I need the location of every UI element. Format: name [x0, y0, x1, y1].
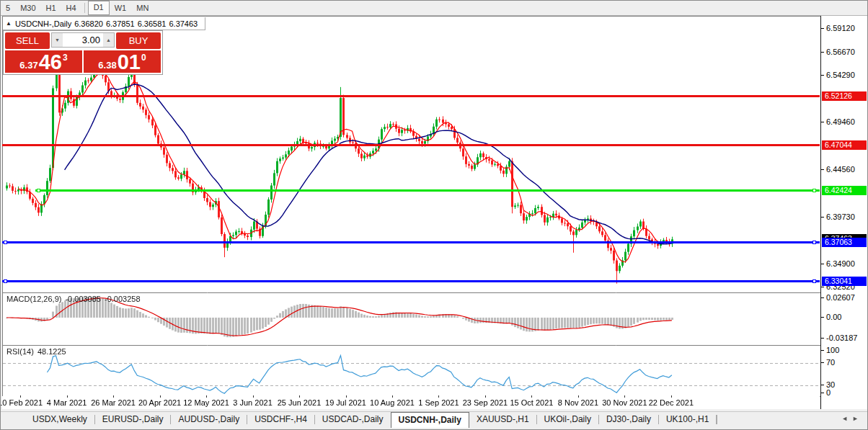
chart-tab-usdcad-daily[interactable]: USDCAD-,Daily: [315, 412, 391, 426]
hline-price-label-6.47044: 6.47044: [822, 140, 867, 150]
price-tick-mark: [821, 52, 824, 53]
macd-tick-mark: [821, 317, 824, 318]
hline-handle-left[interactable]: [37, 189, 40, 192]
timeframe-button-5[interactable]: 5: [1, 1, 15, 14]
one-click-trading-panel: SELL ▼ 3.00 ▲ BUY 6.37 46 3 6.38 01 0: [3, 30, 163, 75]
rsi-tick-label: 70: [826, 358, 835, 367]
hline-handle-right[interactable]: [812, 241, 816, 244]
price-tick-mark: [821, 28, 824, 29]
hline-6.37063[interactable]: [2, 241, 820, 243]
time-tick-mark: [67, 395, 68, 398]
time-tick-mark: [299, 395, 300, 398]
time-tick-mark: [20, 395, 21, 398]
rsi-value: 48.1225: [37, 347, 66, 356]
chart-symbol-label: USDCNH-,Daily: [15, 19, 71, 28]
hline-price-label-6.33041: 6.33041: [822, 277, 867, 286]
trading-terminal-window: 5M30H1H4D1W1MN ▲ USDCNH-,Daily 6.36820 6…: [0, 0, 868, 430]
chart-tab-xauusd-h1[interactable]: XAUUSD-,H1: [469, 412, 536, 426]
timeframe-toolbar: 5M30H1H4D1W1MN: [1, 1, 868, 16]
macd-tick-label: 0.02607: [826, 293, 855, 302]
hline-handle-right[interactable]: [812, 189, 816, 192]
chart-tab-uk100-h1[interactable]: UK100-,H1: [659, 412, 716, 426]
time-axis: 10 Feb 20214 Mar 202126 Mar 202120 Apr 2…: [2, 396, 820, 409]
chart-header[interactable]: ▲ USDCNH-,Daily 6.36820 6.37851 6.36581 …: [3, 17, 205, 30]
chart-tab-ukoil-daily[interactable]: UKOil-,Daily: [537, 412, 598, 426]
tab-separator: [717, 415, 717, 424]
timeframe-button-h1[interactable]: H1: [41, 1, 61, 14]
volume-increase-icon[interactable]: ▲: [103, 33, 114, 47]
rsi-tick-mark: [821, 362, 824, 363]
price-tick-label: 6.49460: [826, 117, 855, 126]
time-tick-mark: [671, 395, 672, 398]
tab-scroll-arrows: ◄►: [841, 415, 863, 422]
macd-name: MACD(12,26,9): [6, 295, 61, 303]
ohlc-low: 6.36581: [138, 19, 167, 28]
hline-6.47044[interactable]: [2, 144, 820, 146]
buy-price-button[interactable]: 6.38 01 0: [84, 50, 161, 73]
timeframe-button-m30[interactable]: M30: [15, 1, 40, 14]
chart-tab-usdchf-h4[interactable]: USDCHF-,H4: [247, 412, 314, 426]
macd-tick-label: -0.03187: [826, 333, 857, 342]
hline-6.33041[interactable]: [2, 280, 820, 282]
hline-6.52126[interactable]: [2, 95, 820, 97]
buy-price-small: 6.38: [98, 60, 116, 71]
rsi-name: RSI(14): [6, 347, 34, 356]
hline-handle-left[interactable]: [4, 241, 7, 244]
price-tick-label: 6.44560: [826, 165, 855, 174]
chart-tab-dj30-daily[interactable]: DJ30-,Daily: [599, 412, 658, 426]
hline-handle-right[interactable]: [812, 279, 816, 283]
hline-price-label-6.52126: 6.52126: [822, 91, 867, 101]
macd-value-signal: -0.003258: [105, 295, 141, 303]
hline-handle-left[interactable]: [4, 279, 7, 283]
time-tick-mark: [624, 395, 625, 398]
price-tick-mark: [821, 217, 824, 218]
price-tick-mark: [821, 75, 824, 76]
buy-button[interactable]: BUY: [116, 32, 161, 49]
hline-6.42424[interactable]: [35, 189, 820, 192]
macd-tick-mark: [821, 297, 824, 298]
chart-tab-audusd-daily[interactable]: AUDUSD-,Daily: [171, 412, 247, 426]
price-tick-label: 6.59120: [826, 24, 855, 32]
volume-decrease-icon[interactable]: ▼: [52, 33, 63, 47]
sell-price-sup: 3: [63, 53, 68, 63]
ohlc-close: 6.37463: [169, 19, 198, 28]
sell-price-button[interactable]: 6.37 46 3: [5, 50, 82, 73]
price-tick-label: 6.34900: [826, 259, 855, 268]
time-tick-mark: [578, 395, 579, 398]
volume-input[interactable]: 3.00: [63, 33, 103, 47]
time-tick-mark: [253, 395, 254, 398]
volume-stepper: ▼ 3.00 ▲: [51, 32, 115, 48]
sell-button[interactable]: SELL: [5, 32, 50, 49]
macd-tick-label: 0.00: [826, 313, 841, 321]
chart-tab-usdcnh-daily[interactable]: USDCNH-,Daily: [391, 412, 469, 428]
rsi-tick-mark: [821, 393, 824, 393]
price-tick-mark: [821, 122, 824, 122]
macd-label: MACD(12,26,9)-0.003085-0.003258: [6, 295, 144, 303]
timeframe-button-w1[interactable]: W1: [110, 1, 132, 14]
time-tick-mark: [160, 395, 161, 398]
timeframe-button-h4[interactable]: H4: [61, 1, 81, 14]
tab-scroll-right-icon[interactable]: ►: [852, 415, 863, 422]
timeframe-button-d1[interactable]: D1: [88, 1, 110, 15]
timeframe-button-mn[interactable]: MN: [131, 1, 154, 14]
time-tick-mark: [531, 395, 532, 398]
collapse-panel-icon[interactable]: ▲: [6, 20, 12, 27]
time-tick-mark: [113, 395, 114, 398]
buy-price-sup: 0: [141, 53, 146, 63]
sell-price-small: 6.37: [19, 60, 37, 71]
sell-price-big: 46: [39, 53, 62, 72]
price-tick-label: 6.56670: [826, 48, 855, 56]
ohlc-high: 6.37851: [106, 19, 135, 28]
chart-tab-usdx-weekly[interactable]: USDX,Weekly: [25, 412, 94, 426]
tab-scroll-left-icon[interactable]: ◄: [841, 415, 852, 422]
ohlc-open: 6.36820: [74, 19, 103, 28]
time-tick-label: 22 Dec 2021: [639, 398, 704, 407]
macd-tick-mark: [821, 338, 824, 339]
chart-tab-eurusd-daily[interactable]: EURUSD-,Daily: [95, 412, 171, 426]
time-tick-mark: [206, 395, 207, 398]
time-tick-mark: [438, 395, 439, 398]
macd-value-main: -0.003085: [65, 295, 101, 303]
price-axis: 6.591206.566706.542906.494606.445606.397…: [820, 16, 868, 409]
rsi-tick-mark: [821, 350, 824, 351]
rsi-tick-label: 100: [826, 346, 839, 354]
